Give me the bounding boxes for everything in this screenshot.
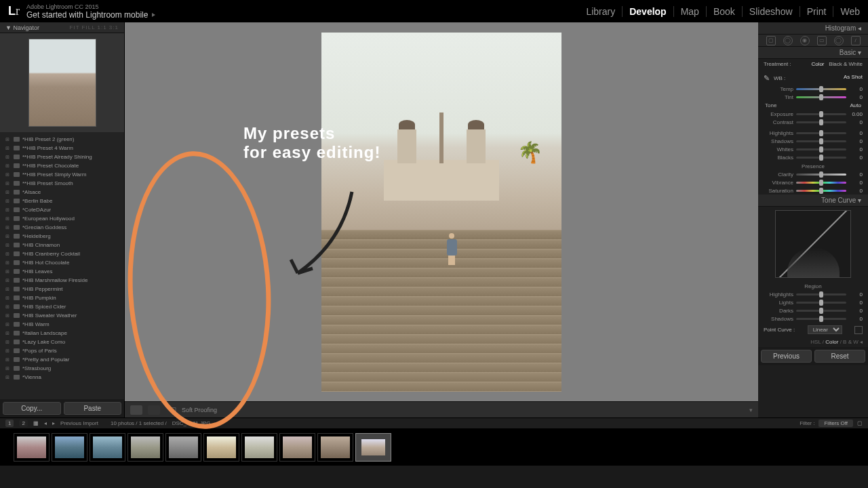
filmstrip[interactable] (0, 429, 868, 466)
reset-button[interactable]: Reset (814, 350, 865, 363)
preset-item[interactable]: ⊞*HIB Sweater Weather (0, 311, 124, 320)
preset-item[interactable]: ⊞*Italian Landscape (0, 329, 124, 338)
preset-item[interactable]: ⊞*HIB Spiced Cider (0, 302, 124, 311)
preset-item[interactable]: ⊞*HIB Cinnamon (0, 241, 124, 249)
slider-vibrance[interactable]: Vibrance0 (758, 178, 868, 186)
brush-icon[interactable]: / (851, 36, 861, 45)
toolbar-chevron-icon[interactable]: ▾ (749, 407, 753, 413)
slider-exposure[interactable]: Exposure0.00 (758, 110, 868, 118)
slider-whites[interactable]: Whites0 (758, 145, 868, 153)
redeye-icon[interactable]: ◉ (800, 36, 810, 45)
filmstrip-thumb-selected[interactable] (355, 433, 391, 462)
slider-lights[interactable]: Lights0 (758, 298, 868, 306)
preset-item[interactable]: ⊞*Grecian Goddess (0, 223, 124, 232)
source-label[interactable]: Previous Import (60, 420, 98, 426)
preset-item[interactable]: ⊞*Berlin Babe (0, 197, 124, 205)
hsl-header[interactable]: HSL / Color / B & W ◂ (758, 337, 868, 347)
preset-item[interactable]: ⊞*HIB Preset 2 (green) (0, 135, 124, 144)
slider-highlights[interactable]: Highlights0 (758, 129, 868, 137)
preset-item[interactable]: ⊞*HIB Leaves (0, 267, 124, 276)
wb-dropdown[interactable]: As Shot (844, 74, 863, 83)
slider-shadows[interactable]: Shadows0 (758, 314, 868, 323)
basic-header[interactable]: Basic ▾ (758, 47, 868, 59)
spot-icon[interactable]: ◯ (783, 36, 793, 45)
filters-off-button[interactable]: Filters Off (818, 420, 853, 427)
filmstrip-thumb[interactable] (203, 433, 239, 462)
crop-icon[interactable]: ▢ (766, 36, 776, 45)
previous-button[interactable]: Previous (761, 350, 812, 363)
tonecurve-header[interactable]: Tone Curve ▾ (758, 195, 868, 207)
navigator-thumb[interactable] (0, 33, 124, 132)
wb-picker-icon[interactable]: ✎ (764, 74, 770, 83)
radial-icon[interactable]: ◯ (834, 36, 844, 45)
main-window-button[interactable]: 1 (5, 420, 14, 427)
preset-item[interactable]: ⊞*Pretty and Popular (0, 355, 124, 364)
preset-item[interactable]: ⊞*Strasbourg (0, 364, 124, 373)
filmstrip-thumb[interactable] (317, 433, 353, 462)
preset-item[interactable]: ⊞*Lazy Lake Como (0, 338, 124, 346)
filmstrip-thumb[interactable] (279, 433, 315, 462)
preset-item[interactable]: ⊞**HIB Preset Already Shining (0, 152, 124, 161)
slider-contrast[interactable]: Contrast0 (758, 118, 868, 126)
module-develop[interactable]: Develop (623, 6, 673, 17)
preset-item[interactable]: ⊞**HIB Preset Simply Warm (0, 170, 124, 179)
back-icon[interactable]: ◂ (44, 420, 47, 426)
preset-item[interactable]: ⊞*HIB Marshmallow Fireside (0, 276, 124, 285)
main-photo[interactable] (321, 33, 561, 392)
filmstrip-thumb[interactable] (241, 433, 277, 462)
preset-item[interactable]: ⊞*CoteDAzur (0, 205, 124, 214)
auto-tone-button[interactable]: Auto (850, 102, 861, 108)
preset-item[interactable]: ⊞*HIB Pumpkin (0, 293, 124, 302)
slider-shadows[interactable]: Shadows0 (758, 137, 868, 145)
preset-item[interactable]: ⊞*HIB Hot Chocolate (0, 258, 124, 267)
slider-blacks[interactable]: Blacks0 (758, 153, 868, 161)
preset-item[interactable]: ⊞*Vienna (0, 373, 124, 382)
module-web[interactable]: Web (833, 6, 860, 17)
module-slideshow[interactable]: Slideshow (743, 6, 800, 17)
preset-item[interactable]: ⊞*HIB Warm (0, 320, 124, 329)
grid-icon[interactable]: ▦ (33, 420, 39, 426)
slider-tint[interactable]: Tint0 (758, 93, 868, 101)
preset-item[interactable]: ⊞*Alsace (0, 188, 124, 197)
tone-curve-graph[interactable] (758, 207, 868, 281)
preset-item[interactable]: ⊞**HIB Preset Chocolate (0, 161, 124, 170)
module-book[interactable]: Book (707, 6, 743, 17)
second-window-button[interactable]: 2 (19, 420, 27, 427)
slider-temp[interactable]: Temp0 (758, 85, 868, 93)
preset-item[interactable]: ⊞**HIB Preset Smooth (0, 179, 124, 188)
module-map[interactable]: Map (674, 6, 707, 17)
point-curve-select[interactable]: Linear (808, 325, 842, 334)
curve-edit-icon[interactable] (854, 326, 863, 334)
filter-lock-icon[interactable]: ▢ (857, 420, 863, 426)
preset-item[interactable]: ⊞*European Hollywood (0, 214, 124, 223)
module-print[interactable]: Print (800, 6, 834, 17)
module-library[interactable]: Library (579, 6, 623, 17)
preset-item[interactable]: ⊞*Heidelberg (0, 232, 124, 241)
filmstrip-thumb[interactable] (90, 433, 125, 462)
histogram-header[interactable]: Histogram ◂ (758, 22, 868, 35)
filmstrip-thumb[interactable] (127, 433, 163, 462)
slider-highlights[interactable]: Highlights0 (758, 290, 868, 298)
tagline[interactable]: Get started with Lightroom mobile (26, 10, 579, 20)
paste-button[interactable]: Paste (64, 402, 122, 415)
zoom-levels[interactable]: FIT FILL 1:1 3:1 (70, 24, 119, 30)
navigator-header[interactable]: ▼ Navigator FIT FILL 1:1 3:1 (0, 22, 124, 33)
slider-saturation[interactable]: Saturation0 (758, 186, 868, 195)
forward-icon[interactable]: ▸ (52, 420, 55, 426)
preset-item[interactable]: ⊞*Pops of Paris (0, 346, 124, 355)
filmstrip-thumb[interactable] (52, 433, 87, 462)
preset-item[interactable]: ⊞*HIB Peppermint (0, 285, 124, 293)
preset-item[interactable]: ⊞*HIB Cranberry Cocktail (0, 249, 124, 258)
grad-icon[interactable]: ▭ (817, 36, 827, 45)
slider-darks[interactable]: Darks0 (758, 306, 868, 314)
treatment-color[interactable]: Color (811, 61, 824, 67)
preset-item[interactable]: ⊞**HIB Preset 4 Warm (0, 144, 124, 152)
filmstrip-thumb[interactable] (165, 433, 201, 462)
loupe-view-icon[interactable] (130, 405, 142, 415)
slider-clarity[interactable]: Clarity0 (758, 170, 868, 178)
soft-proofing-toggle[interactable]: Soft Proofing (182, 407, 217, 413)
before-after-icon[interactable] (148, 405, 160, 415)
filmstrip-thumb[interactable] (14, 433, 50, 462)
treatment-bw[interactable]: Black & White (829, 61, 863, 67)
copy-button[interactable]: Copy... (3, 402, 61, 415)
